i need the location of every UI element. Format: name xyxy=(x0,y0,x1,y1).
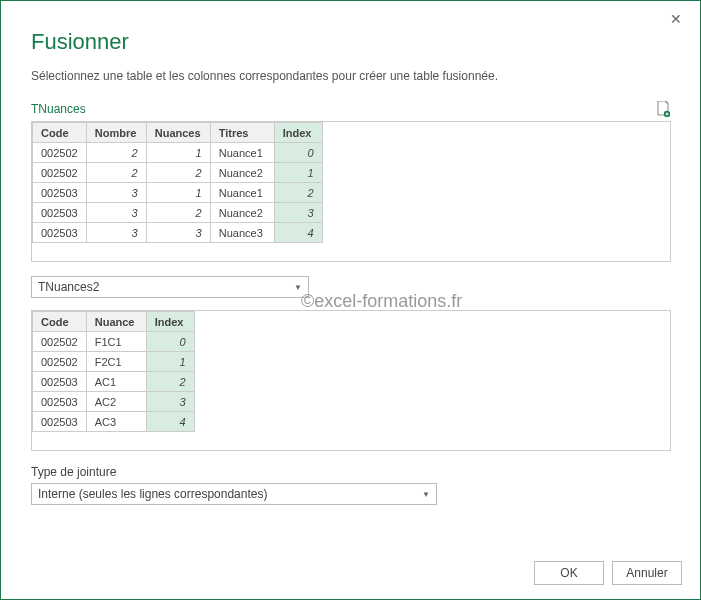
table-row[interactable]: 00250221Nuance10 xyxy=(33,143,323,163)
table-row[interactable]: 002502F1C10 xyxy=(33,332,195,352)
col-code[interactable]: Code xyxy=(33,312,87,332)
chevron-down-icon: ▼ xyxy=(422,490,430,499)
join-type-select[interactable]: Interne (seules les lignes correspondant… xyxy=(31,483,437,505)
table2-grid[interactable]: Code Nuance Index 002502F1C10 002502F2C1… xyxy=(31,310,671,451)
expand-table-icon[interactable] xyxy=(656,101,670,117)
table-header-row[interactable]: Code Nombre Nuances Titres Index xyxy=(33,123,323,143)
table-row[interactable]: 00250222Nuance21 xyxy=(33,163,323,183)
col-index[interactable]: Index xyxy=(146,312,194,332)
table-row[interactable]: 00250333Nuance34 xyxy=(33,223,323,243)
table-row[interactable]: 002502F2C11 xyxy=(33,352,195,372)
table-row[interactable]: 002503AC23 xyxy=(33,392,195,412)
col-titres[interactable]: Titres xyxy=(210,123,274,143)
table1-name: TNuances xyxy=(31,102,86,116)
col-nombre[interactable]: Nombre xyxy=(86,123,146,143)
col-code[interactable]: Code xyxy=(33,123,87,143)
table-row[interactable]: 00250332Nuance23 xyxy=(33,203,323,223)
dropdown-value: Interne (seules les lignes correspondant… xyxy=(38,487,267,501)
dialog-subtitle: Sélectionnez une table et les colonnes c… xyxy=(31,69,670,83)
ok-button[interactable]: OK xyxy=(534,561,604,585)
dialog-title: Fusionner xyxy=(31,29,670,55)
table-row[interactable]: 00250331Nuance12 xyxy=(33,183,323,203)
second-table-select[interactable]: TNuances2 ▼ xyxy=(31,276,309,298)
table1-grid[interactable]: Code Nombre Nuances Titres Index 0025022… xyxy=(31,121,671,262)
table-header-row[interactable]: Code Nuance Index xyxy=(33,312,195,332)
close-icon: ✕ xyxy=(670,11,682,27)
col-nuances[interactable]: Nuances xyxy=(146,123,210,143)
cancel-button[interactable]: Annuler xyxy=(612,561,682,585)
join-type-label: Type de jointure xyxy=(31,465,670,479)
table-row[interactable]: 002503AC34 xyxy=(33,412,195,432)
col-index[interactable]: Index xyxy=(274,123,322,143)
col-nuance[interactable]: Nuance xyxy=(86,312,146,332)
dropdown-value: TNuances2 xyxy=(38,280,99,294)
close-button[interactable]: ✕ xyxy=(664,9,688,29)
table-row[interactable]: 002503AC12 xyxy=(33,372,195,392)
chevron-down-icon: ▼ xyxy=(294,283,302,292)
